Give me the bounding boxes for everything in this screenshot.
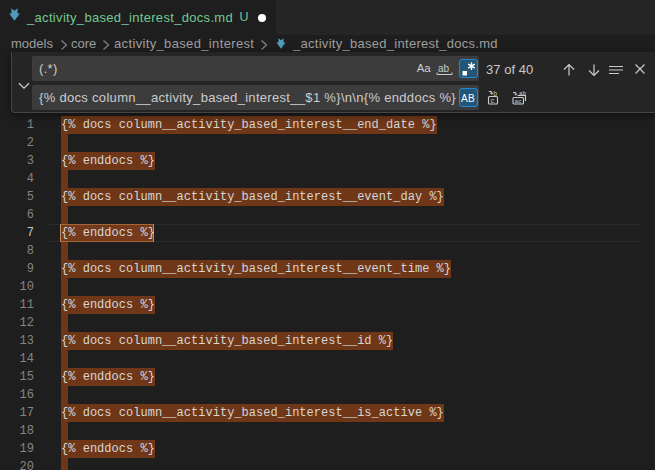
- svg-text:ac: ac: [515, 98, 523, 105]
- svg-text:c: c: [491, 98, 495, 105]
- svg-text:ab: ab: [438, 63, 450, 74]
